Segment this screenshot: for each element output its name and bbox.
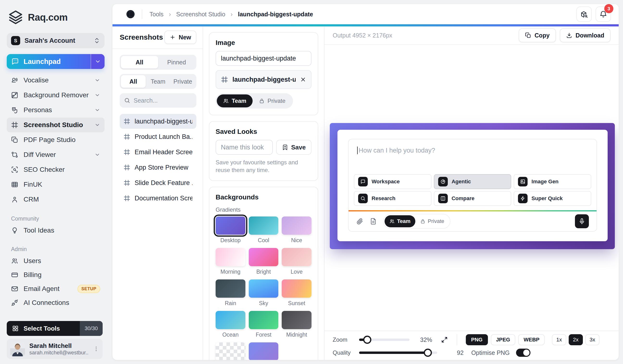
tab-all[interactable]: All <box>121 75 146 88</box>
screenshot-list: launchpad-biggest-u... Product Launch Ba… <box>120 114 196 206</box>
quality-slider-fill <box>359 351 428 354</box>
chevron-down-icon <box>94 152 100 158</box>
notifications-button[interactable]: 3 <box>596 6 611 22</box>
sidebar-item-screenshot-studio[interactable]: Screenshot Studio <box>7 117 105 132</box>
swatch-bright[interactable]: Bright <box>249 248 279 278</box>
account-switcher[interactable]: S Sarah's Account <box>7 33 105 48</box>
tab-private[interactable]: Private <box>170 75 195 88</box>
save-look-button[interactable]: Save <box>276 140 312 155</box>
ellipsis-vertical-icon[interactable] <box>93 346 99 352</box>
plus-icon <box>170 34 176 40</box>
swatch-preview <box>249 311 279 329</box>
sidebar-item-ai-connections[interactable]: AI Connections <box>7 296 105 310</box>
chip-super-quick[interactable]: Super Quick <box>514 191 591 206</box>
chip-agentic[interactable]: Agentic <box>434 174 512 189</box>
swatch-sky[interactable]: Sky <box>249 279 279 309</box>
setup-badge: SETUP <box>77 285 100 293</box>
swatch-custom[interactable]: Custom <box>249 342 279 360</box>
format-png[interactable]: PNG <box>466 334 488 345</box>
team-option[interactable]: Team <box>385 215 415 227</box>
list-item-label: App Store Preview <box>134 164 188 171</box>
close-icon[interactable] <box>300 76 306 83</box>
sidebar-item-tool-ideas[interactable]: Tool Ideas <box>7 223 105 237</box>
copy-button[interactable]: Copy <box>519 28 556 42</box>
team-option[interactable]: Team <box>217 94 253 107</box>
zoom-slider-thumb[interactable] <box>363 336 371 344</box>
paperclip-icon[interactable] <box>356 218 363 225</box>
sidebar-item-background-remover[interactable]: Background Remover <box>7 88 105 103</box>
search-field[interactable] <box>120 93 196 108</box>
swatch-ocean[interactable]: Ocean <box>216 311 245 341</box>
sidebar-item-diff-viewer[interactable]: Diff Viewer <box>7 147 105 162</box>
chip-image-gen[interactable]: Image Gen <box>514 174 591 189</box>
sidebar-item-launchpad[interactable]: Launchpad <box>7 54 105 69</box>
scale-3x[interactable]: 3x <box>585 334 600 345</box>
format-jpeg[interactable]: JPEG <box>491 334 515 345</box>
swatch-cool[interactable]: Cool <box>249 216 279 246</box>
chip-compare[interactable]: Compare <box>434 191 512 206</box>
chip-label: Agentic <box>452 178 471 185</box>
tab-pinned[interactable]: Pinned <box>158 56 195 68</box>
swatch-nice[interactable]: Nice <box>282 216 312 246</box>
brand-logo-icon <box>8 10 23 25</box>
package-search-button[interactable] <box>576 6 592 22</box>
scale-1x[interactable]: 1x <box>552 334 566 345</box>
list-item[interactable]: launchpad-biggest-u... <box>120 114 196 129</box>
mic-button[interactable] <box>575 214 589 228</box>
swatch-rain[interactable]: Rain <box>216 279 245 309</box>
swatch-love[interactable]: Love <box>282 248 312 278</box>
private-option[interactable]: Private <box>253 94 292 107</box>
list-item[interactable]: Email Header Scree... <box>120 145 196 160</box>
list-item[interactable]: Product Launch Ba... <box>120 129 196 144</box>
sidebar-item-users[interactable]: Users <box>7 254 105 268</box>
user-card[interactable]: Sarah Mitchell sarah.mitchell@westbur... <box>7 339 103 359</box>
select-tools-button[interactable]: Select Tools 30/30 <box>7 321 103 336</box>
swatch-forest[interactable]: Forest <box>249 311 279 341</box>
scale-2x[interactable]: 2x <box>569 334 583 345</box>
team-label: Team <box>397 218 411 224</box>
tab-team[interactable]: Team <box>146 75 170 88</box>
format-webp[interactable]: WEBP <box>518 334 545 345</box>
layout-grid-icon <box>12 325 19 332</box>
zoom-slider[interactable] <box>359 339 410 341</box>
optimise-png-toggle[interactable] <box>516 349 531 357</box>
private-option[interactable]: Private <box>415 215 449 227</box>
sidebar-item-personas[interactable]: Personas <box>7 103 105 117</box>
chip-research[interactable]: Research <box>354 191 431 206</box>
artboard-preview[interactable]: How can I help you today? Workspace Agen… <box>330 123 615 249</box>
sidebar-item-vocalise[interactable]: Vocalise <box>7 73 105 88</box>
swatch-morning[interactable]: Morning <box>216 248 245 278</box>
quality-slider[interactable] <box>359 351 437 354</box>
swatch-none[interactable]: None <box>216 342 245 360</box>
swatch-desktop[interactable]: Desktop <box>216 216 245 246</box>
tab-all[interactable]: All <box>121 56 158 68</box>
download-button[interactable]: Download <box>560 28 610 42</box>
notification-badge: 3 <box>604 4 613 13</box>
sidebar-item-pdf-page-studio[interactable]: PDF Page Studio <box>7 132 105 147</box>
chip-workspace[interactable]: Workspace <box>354 174 431 189</box>
launchpad-expand[interactable] <box>91 54 105 69</box>
list-item[interactable]: Slide Deck Feature ... <box>120 175 196 190</box>
sidebar-item-email-agent[interactable]: Email Agent SETUP <box>7 282 105 296</box>
sidebar-item-label: Users <box>23 257 100 265</box>
sidebar-item-seo-checker[interactable]: SEO Checker <box>7 162 105 177</box>
prompt-placeholder[interactable]: How can I help you today? <box>359 147 435 154</box>
search-input[interactable] <box>134 97 192 104</box>
look-name-input[interactable] <box>216 140 273 155</box>
panel-toggle-icon[interactable] <box>126 10 134 18</box>
swatch-midnight[interactable]: Midnight <box>282 311 312 341</box>
image-name-input[interactable] <box>216 51 312 66</box>
swatch-sunset[interactable]: Sunset <box>282 279 312 309</box>
sidebar-item-finuk[interactable]: FinUK <box>7 177 105 192</box>
sidebar-item-billing[interactable]: Billing <box>7 268 105 282</box>
list-item[interactable]: App Store Preview <box>120 160 196 175</box>
file-text-icon[interactable] <box>370 218 377 225</box>
breadcrumb-tools[interactable]: Tools <box>150 11 163 18</box>
expand-icon[interactable] <box>441 336 448 343</box>
list-item[interactable]: Documentation Scree... <box>120 191 196 206</box>
sidebar-item-crm[interactable]: CRM <box>7 192 105 207</box>
quality-slider-thumb[interactable] <box>424 349 432 357</box>
breadcrumb-separator: › <box>230 11 233 18</box>
breadcrumb-screenshot-studio[interactable]: Screenshot Studio <box>176 11 225 18</box>
new-screenshot-button[interactable]: New <box>164 30 196 44</box>
